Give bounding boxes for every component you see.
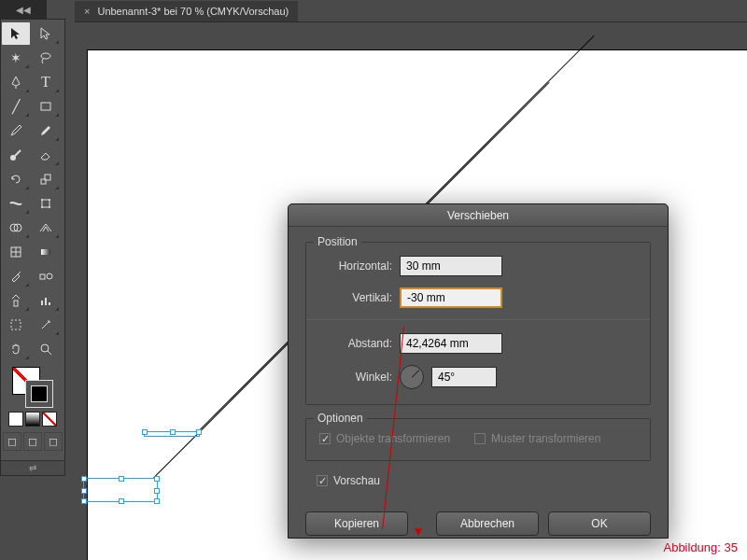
fill-stroke-swatch[interactable] [12, 367, 53, 408]
rectangle-tool[interactable] [32, 95, 60, 118]
figure-caption: Abbildung: 35 [663, 540, 738, 554]
svg-rect-1 [41, 103, 50, 110]
color-mode-solid[interactable] [8, 412, 23, 427]
svg-rect-19 [49, 302, 50, 305]
transform-objects-label: Objekte transformieren [336, 432, 450, 445]
options-group: Optionen Objekte transformieren Muster t… [305, 418, 651, 461]
selection-preview-1 [144, 431, 200, 437]
svg-point-0 [41, 53, 50, 59]
cancel-button[interactable]: Abbrechen [436, 511, 539, 536]
document-tab[interactable]: × Unbenannt-3* bei 70 % (CMYK/Vorschau) [75, 1, 298, 21]
preview-checkbox[interactable] [317, 475, 328, 486]
angle-label: Winkel: [319, 371, 392, 384]
column-graph-tool[interactable] [32, 289, 60, 312]
position-group: Position Horizontal: Vertikal: Abstand: … [305, 242, 651, 405]
ok-button[interactable]: OK [548, 511, 651, 536]
eyedropper-tool[interactable] [2, 265, 30, 287]
svg-point-21 [41, 344, 49, 352]
annotation-arrow-head [415, 528, 422, 536]
type-tool[interactable]: T [32, 71, 60, 93]
close-tab-icon[interactable]: × [84, 6, 90, 17]
free-transform-tool[interactable] [32, 192, 60, 215]
toolbox-collapse-top[interactable]: ◀◀ [0, 0, 47, 19]
svg-rect-16 [14, 301, 18, 306]
svg-point-15 [47, 273, 52, 279]
slice-tool[interactable] [32, 314, 60, 336]
svg-rect-18 [45, 298, 47, 305]
distance-label: Abstand: [319, 337, 392, 350]
svg-rect-20 [11, 320, 21, 329]
document-tab-bar: × Unbenannt-3* bei 70 % (CMYK/Vorschau) [75, 0, 747, 22]
shape-builder-tool[interactable] [2, 217, 30, 239]
pencil-tool[interactable] [32, 119, 60, 142]
vertical-input[interactable] [400, 287, 502, 308]
color-mode-gradient[interactable] [25, 412, 40, 427]
chevron-left-icon: ◀◀ [16, 5, 31, 15]
selection-bounds[interactable] [83, 478, 158, 502]
hand-tool[interactable] [2, 338, 30, 360]
svg-rect-13 [41, 249, 50, 255]
distance-input[interactable] [400, 333, 502, 354]
vertical-label: Vertikal: [319, 291, 392, 304]
mesh-tool[interactable] [2, 241, 30, 263]
pen-tool[interactable] [2, 71, 30, 93]
blend-tool[interactable] [32, 265, 60, 287]
move-dialog: Verschieben Position Horizontal: Vertika… [288, 203, 669, 539]
zoom-tool[interactable] [32, 338, 60, 360]
angle-input[interactable] [431, 367, 497, 387]
document-tab-title: Unbenannt-3* bei 70 % (CMYK/Vorschau) [97, 6, 289, 17]
eraser-tool[interactable] [32, 144, 60, 166]
paintbrush-tool[interactable] [2, 119, 30, 142]
tool-panel: ✶ T ╱ [0, 19, 65, 476]
svg-rect-5 [42, 200, 49, 207]
copy-button[interactable]: Kopieren [305, 511, 408, 536]
direct-selection-tool[interactable] [32, 22, 60, 45]
transform-patterns-checkbox [474, 433, 486, 444]
line-segment-tool[interactable]: ╱ [2, 95, 30, 118]
draw-inside[interactable]: ◻ [44, 432, 63, 451]
perspective-grid-tool[interactable] [32, 217, 60, 239]
position-group-label: Position [314, 235, 361, 248]
screen-mode-toggle[interactable]: ⇄ [1, 460, 64, 475]
symbol-sprayer-tool[interactable] [2, 289, 30, 312]
svg-point-9 [49, 206, 50, 208]
svg-rect-17 [41, 301, 43, 305]
rotate-tool[interactable] [2, 168, 30, 190]
svg-point-8 [41, 206, 43, 208]
options-group-label: Optionen [314, 412, 367, 425]
blob-brush-tool[interactable] [2, 144, 30, 166]
horizontal-label: Horizontal: [319, 259, 392, 273]
magic-wand-tool[interactable]: ✶ [2, 47, 30, 69]
draw-normal[interactable]: ◻ [3, 432, 21, 451]
width-tool[interactable] [2, 192, 30, 215]
dialog-title[interactable]: Verschieben [289, 204, 668, 227]
scale-tool[interactable] [32, 168, 60, 190]
stroke-swatch[interactable] [25, 380, 53, 408]
svg-rect-14 [40, 274, 45, 279]
gradient-tool[interactable] [32, 241, 60, 263]
svg-point-6 [41, 199, 43, 201]
angle-dial[interactable] [400, 365, 424, 389]
color-mode-none[interactable] [42, 412, 57, 427]
draw-behind[interactable]: ◻ [23, 432, 42, 451]
horizontal-input[interactable] [400, 256, 502, 276]
transform-patterns-label: Muster transformieren [491, 432, 600, 445]
selection-tool[interactable] [2, 22, 30, 45]
preview-label: Vorschau [333, 474, 380, 487]
transform-objects-checkbox [319, 433, 331, 444]
artboard-tool[interactable] [2, 314, 30, 336]
svg-point-7 [49, 199, 50, 201]
lasso-tool[interactable] [32, 47, 60, 69]
